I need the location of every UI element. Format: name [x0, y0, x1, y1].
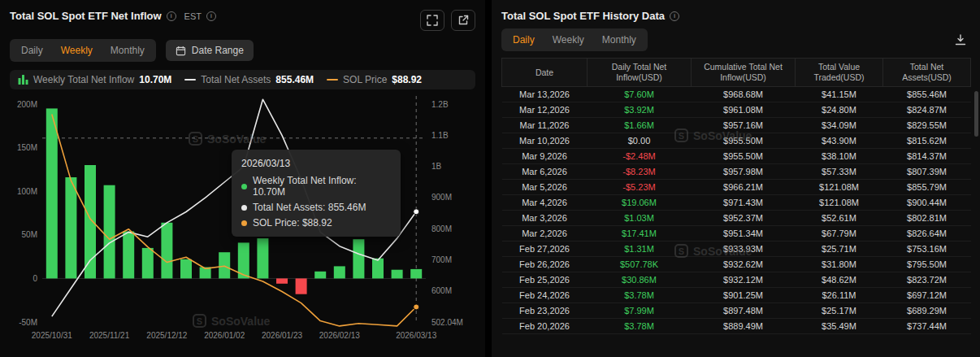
cell-value-traded: $24.80M [796, 102, 883, 118]
column-header: Date [502, 59, 588, 87]
cell-cumulative-inflow: $957.16M [692, 118, 796, 133]
chart-area: 200M150M100M50M0-50M1.2B1.1B1B900M800M70… [10, 93, 475, 357]
table-row: Feb 26,2026$507.78K$932.62M$31.80M$795.5… [502, 257, 971, 272]
right-panel-title: Total SOL Spot ETF History Data [501, 10, 970, 22]
cell-cumulative-inflow: $952.37M [692, 211, 796, 226]
cell-daily-inflow: $1.31M [588, 242, 692, 257]
svg-text:1.2B: 1.2B [431, 100, 449, 109]
history-table-header: DateDaily Total Net Inflow(USD)Cumulativ… [502, 59, 971, 87]
cell-daily-inflow: $3.92M [588, 102, 692, 118]
cell-daily-inflow: $507.78K [588, 257, 692, 272]
tab-weekly[interactable]: Weekly [52, 41, 102, 59]
cell-net-assets: $795.50M [883, 257, 971, 272]
legend-value: $88.92 [392, 74, 422, 85]
bar-series-icon [18, 75, 28, 85]
tooltip-text: SOL Price: $88.92 [253, 217, 332, 229]
column-header: Total Net Assets(USD) [883, 59, 971, 87]
cell-net-assets: $807.39M [883, 164, 971, 180]
cell-net-assets: $900.44M [883, 195, 971, 211]
table-row: Mar 5,2026-$5.23M$966.21M$121.08M$855.79… [502, 180, 971, 195]
table-row: Mar 9,2026-$2.48M$955.50M$38.10M$814.37M [502, 149, 971, 164]
interval-tab-group: DailyWeeklyMonthly [10, 39, 156, 62]
cell-cumulative-inflow: $968.68M [692, 87, 796, 102]
tab-monthly[interactable]: Monthly [102, 41, 154, 59]
tab-daily[interactable]: Daily [12, 41, 52, 59]
cell-net-assets: $753.16M [883, 242, 971, 257]
info-icon[interactable] [167, 11, 176, 21]
fullscreen-icon [427, 15, 438, 26]
table-row: Mar 2,2026$17.41M$951.34M$67.79M$826.64M [502, 226, 971, 242]
cell-net-assets: $689.29M [883, 303, 971, 319]
svg-text:600M: 600M [431, 286, 452, 295]
cell-net-assets: $855.46M [883, 87, 971, 102]
cell-daily-inflow: $30.86M [588, 272, 692, 288]
share-button[interactable] [451, 10, 475, 31]
cell-date: Feb 24,2026 [502, 288, 588, 303]
fullscreen-button[interactable] [420, 10, 444, 31]
column-header: Daily Total Net Inflow(USD) [588, 59, 692, 87]
calendar-icon [176, 46, 186, 56]
tab-daily[interactable]: Daily [504, 31, 544, 49]
cell-cumulative-inflow: $951.34M [692, 226, 796, 242]
svg-text:2026/02/13: 2026/02/13 [319, 331, 360, 340]
cell-daily-inflow: $7.60M [588, 87, 692, 102]
cell-value-traded: $48.62M [796, 272, 883, 288]
cell-cumulative-inflow: $955.50M [692, 149, 796, 164]
cell-value-traded: $57.33M [796, 164, 883, 180]
history-tab-group: DailyWeeklyMonthly [501, 28, 648, 51]
svg-text:0: 0 [33, 274, 37, 283]
cell-date: Feb 23,2026 [502, 303, 588, 319]
svg-text:1B: 1B [431, 162, 442, 171]
svg-text:502.04M: 502.04M [431, 318, 463, 327]
column-header: Total Value Traded(USD) [796, 59, 883, 87]
cell-date: Mar 11,2026 [502, 118, 588, 133]
history-title: Total SOL Spot ETF History Data [501, 10, 665, 22]
cell-value-traded: $121.08M [796, 195, 883, 211]
cell-date: Feb 27,2026 [502, 242, 588, 257]
table-row: Feb 27,2026$1.31M$933.93M$25.71M$753.16M [502, 242, 971, 257]
svg-text:-50M: -50M [19, 318, 37, 327]
cell-value-traded: $38.10M [796, 149, 883, 164]
cell-daily-inflow: -$2.48M [588, 149, 692, 164]
cell-date: Feb 26,2026 [502, 257, 588, 272]
svg-text:2026/01/23: 2026/01/23 [262, 331, 302, 340]
table-row: Feb 24,2026$3.78M$901.25M$26.11M$697.12M [502, 288, 971, 303]
cell-cumulative-inflow: $897.48M [692, 303, 796, 319]
net-inflow-panel: Total SOL Spot ETF Net Inflow EST DailyW… [0, 0, 485, 357]
cell-date: Mar 10,2026 [502, 133, 588, 149]
legend-value: 855.46M [275, 74, 314, 85]
legend-item-total-net-assets[interactable]: Total Net Assets855.46M [184, 74, 314, 85]
info-icon[interactable] [206, 11, 216, 21]
history-table: DateDaily Total Net Inflow(USD)Cumulativ… [501, 58, 971, 334]
table-row: Feb 23,2026$7.99M$897.48M$25.17M$689.29M [502, 303, 971, 319]
cell-date: Mar 13,2026 [502, 87, 588, 102]
cell-net-assets: $697.12M [883, 288, 971, 303]
cell-net-assets: $802.81M [883, 211, 971, 226]
download-icon [954, 33, 967, 46]
page-title: Total SOL Spot ETF Net Inflow [10, 10, 162, 22]
tooltip-row: Weekly Total Net Inflow: 10.70M [241, 175, 391, 198]
history-table-body: Mar 13,2026$7.60M$968.68M$41.15M$855.46M… [502, 87, 971, 334]
column-header: Cumulative Total Net Inflow(USD) [692, 59, 796, 87]
cell-net-assets: $826.64M [883, 226, 971, 242]
info-icon[interactable] [670, 11, 679, 21]
cell-value-traded: $43.90M [796, 133, 883, 149]
left-panel-title: Total SOL Spot ETF Net Inflow EST [10, 10, 216, 22]
tab-weekly[interactable]: Weekly [544, 31, 593, 49]
download-button[interactable] [951, 29, 970, 50]
svg-text:100M: 100M [17, 187, 37, 196]
legend-item-weekly-total-net-inflow[interactable]: Weekly Total Net Inflow10.70M [18, 74, 171, 85]
legend-item-sol-price[interactable]: SOL Price$88.92 [327, 74, 422, 85]
svg-text:2026/03/13: 2026/03/13 [396, 331, 436, 340]
line-series-icon [327, 79, 338, 81]
cell-cumulative-inflow: $957.98M [692, 164, 796, 180]
svg-text:2026/01/02: 2026/01/02 [204, 331, 245, 340]
tooltip-text: Total Net Assets: 855.46M [253, 202, 366, 213]
date-range-button[interactable]: Date Range [166, 40, 254, 61]
legend-label: Weekly Total Net Inflow [33, 74, 134, 85]
tab-monthly[interactable]: Monthly [593, 31, 645, 49]
table-scrollbar[interactable] [974, 91, 978, 137]
chart-actions [420, 10, 475, 31]
tooltip-text: Weekly Total Net Inflow: 10.70M [253, 175, 391, 198]
cell-daily-inflow: $1.66M [588, 118, 692, 133]
